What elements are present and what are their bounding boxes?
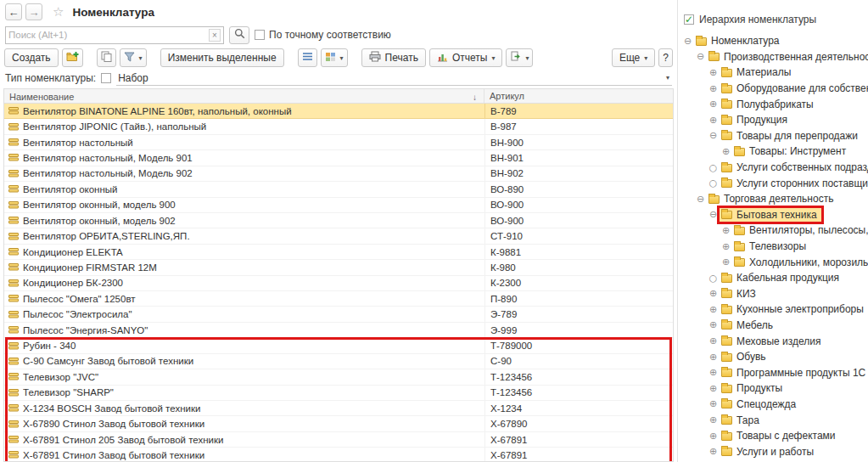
tree-item[interactable]: ⊕Материалы bbox=[678, 65, 868, 81]
table-row[interactable]: Вентилятор оконныйВО-890 bbox=[4, 182, 673, 197]
table-row[interactable]: Кондиционер ELEKTAК-9881 bbox=[4, 245, 673, 260]
tree-item[interactable]: ⊕Холодильники, морозильные камеры bbox=[678, 254, 868, 270]
tree-item[interactable]: ⊕Вентиляторы, пылесосы, кондиционеры bbox=[678, 223, 868, 239]
leaf-marker-icon[interactable]: ○ bbox=[707, 273, 720, 284]
tree-item[interactable]: ⊕КИЗ bbox=[678, 286, 868, 302]
export-button[interactable]: ▾ bbox=[506, 48, 533, 67]
tree-item[interactable]: ⊕Тара bbox=[678, 412, 868, 428]
collapse-icon[interactable]: ⊖ bbox=[694, 51, 707, 62]
expand-icon[interactable]: ⊕ bbox=[707, 99, 720, 110]
expand-icon[interactable]: ⊕ bbox=[707, 431, 720, 442]
back-button[interactable]: ← bbox=[5, 3, 22, 20]
tree-item[interactable]: ⊕Оборудование для собственных нужд (буду bbox=[678, 81, 868, 97]
table-row[interactable]: Телевизор "JVC"Т-123456 bbox=[4, 369, 673, 385]
nomenclature-type-combo[interactable]: Набор ▾ bbox=[116, 70, 672, 86]
hierarchy-toggle[interactable]: ✓ Иерархия номенклатуры bbox=[678, 14, 868, 33]
help-button[interactable]: ? bbox=[658, 48, 673, 67]
tree-item[interactable]: ⊖Торговая деятельность bbox=[678, 191, 868, 207]
edit-selected-button[interactable]: Изменить выделенные bbox=[160, 48, 284, 67]
table-row[interactable]: Х-1234 BOSCH Завод бытовой техникиХ-1234 bbox=[4, 401, 673, 416]
create-group-button[interactable] bbox=[62, 48, 83, 67]
favorite-star-icon[interactable]: ☆ bbox=[53, 4, 64, 20]
table-row[interactable]: Кондиционер БК-2300К-2300 bbox=[4, 276, 673, 291]
exact-match-checkbox[interactable] bbox=[255, 30, 265, 40]
search-button[interactable] bbox=[229, 26, 249, 44]
reports-button[interactable]: Отчеты ▾ bbox=[429, 48, 503, 67]
tree-item[interactable]: ○Услуги сторонних поставщиков bbox=[678, 175, 868, 191]
expand-icon[interactable]: ⊕ bbox=[707, 335, 720, 346]
table-row[interactable]: Х-67891 Стинол 205 Завод бытовой техники… bbox=[4, 432, 673, 448]
expand-icon[interactable]: ⊕ bbox=[707, 446, 720, 457]
table-row[interactable]: Вентилятор JIPONIC (Тайв.), напольныйВ-9… bbox=[4, 119, 673, 134]
expand-icon[interactable]: ⊕ bbox=[720, 146, 732, 157]
leaf-marker-icon[interactable]: ○ bbox=[707, 162, 720, 173]
collapse-icon[interactable]: ⊖ bbox=[707, 130, 720, 141]
nomenclature-type-checkbox[interactable] bbox=[101, 73, 111, 83]
exact-match-option[interactable]: По точному соответствию bbox=[255, 29, 391, 41]
expand-icon[interactable]: ⊕ bbox=[707, 414, 720, 425]
filter-button[interactable]: ▾ bbox=[120, 48, 147, 67]
expand-icon[interactable]: ⊕ bbox=[707, 304, 720, 315]
appearance-button[interactable]: ▾ bbox=[321, 48, 348, 67]
tree-item[interactable]: ⊖Производственная деятельность bbox=[678, 49, 868, 65]
tree-item[interactable]: ⊖Номенклатура bbox=[678, 33, 868, 49]
clear-search-icon[interactable]: × bbox=[209, 29, 221, 42]
print-button[interactable]: Печать bbox=[361, 48, 426, 67]
tree-item[interactable]: ⊕Товары с дефектами bbox=[678, 428, 868, 444]
leaf-marker-icon[interactable]: ○ bbox=[707, 177, 720, 189]
tree-item[interactable]: ⊕Обувь bbox=[678, 349, 868, 365]
tree-item[interactable]: ⊕Меховые изделия bbox=[678, 333, 868, 349]
expand-icon[interactable]: ⊕ bbox=[707, 367, 720, 378]
collapse-icon[interactable]: ⊖ bbox=[681, 36, 694, 47]
expand-icon[interactable]: ⊕ bbox=[707, 383, 720, 394]
tree-item[interactable]: ⊖Товары для перепродажи bbox=[678, 128, 868, 144]
expand-icon[interactable]: ⊕ bbox=[707, 67, 720, 78]
table-row[interactable]: Пылесос "Омега" 1250втП-890 bbox=[4, 291, 673, 307]
tree-item[interactable]: ○Услуги собственных подразделений bbox=[678, 160, 868, 176]
table-row[interactable]: Телевизор "SHARP"Т-123456 bbox=[4, 386, 673, 401]
tree-item[interactable]: ⊕Полуфабрикаты bbox=[678, 96, 868, 112]
tree-item[interactable]: ⊕Спецодежда bbox=[678, 397, 868, 413]
column-header-name[interactable]: Наименование ↓ bbox=[4, 89, 484, 103]
search-input[interactable] bbox=[8, 30, 209, 40]
tree-item[interactable]: ⊖Бытовая техника bbox=[678, 207, 868, 223]
expand-icon[interactable]: ⊕ bbox=[707, 288, 720, 299]
column-header-article[interactable]: Артикул bbox=[484, 89, 673, 103]
create-button[interactable]: Создать bbox=[4, 48, 59, 67]
tree-item[interactable]: ⊕Товары: Инструмент bbox=[678, 144, 868, 160]
table-row[interactable]: Вентилятор настольный, Модель 901ВН-901 bbox=[4, 150, 673, 166]
tree-item[interactable]: ⊕Продукция bbox=[678, 112, 868, 128]
expand-icon[interactable]: ⊕ bbox=[720, 241, 732, 252]
tree-item[interactable]: ⊕Телевизоры bbox=[678, 239, 868, 255]
tree-item[interactable]: ⊕Услуги и работы bbox=[678, 443, 868, 459]
table-row[interactable]: Вентилятор настольный, Модель 902ВН-902 bbox=[4, 166, 673, 182]
tree-item[interactable]: ⊕Кухонные электроприборы bbox=[678, 301, 868, 318]
expand-icon[interactable]: ⊕ bbox=[707, 115, 720, 126]
table-row[interactable]: Х-67891 Стинол Завод бытовой техникиХ-67… bbox=[4, 448, 673, 461]
table-row[interactable]: Вентилятор BINATONE ALPINE 160вт, наполь… bbox=[4, 104, 673, 119]
tree-item[interactable]: ⊕Мебель bbox=[678, 318, 868, 334]
table-row[interactable]: Вентилятор ОРБИТА,STERLING,ЯП.СТ-910 bbox=[4, 228, 673, 244]
table-row[interactable]: Вентилятор оконный, модель 900ВО-900 bbox=[4, 198, 673, 213]
list-settings-button[interactable] bbox=[298, 48, 317, 67]
collapse-icon[interactable]: ⊖ bbox=[707, 209, 720, 220]
table-row[interactable]: Кондиционер FIRMSTAR 12МК-980 bbox=[4, 260, 673, 275]
tree-item[interactable]: ⊕Программные продукты 1С bbox=[678, 364, 868, 380]
more-button[interactable]: Еще ▾ bbox=[612, 48, 655, 67]
expand-icon[interactable]: ⊕ bbox=[720, 225, 732, 236]
table-row[interactable]: С-90 Самсунг Завод бытовой техникиС-90 bbox=[4, 354, 673, 369]
expand-icon[interactable]: ⊕ bbox=[707, 398, 720, 409]
tree-item[interactable]: ⊕Продукты bbox=[678, 380, 868, 397]
table-row[interactable]: Пылесос "Электросила"Э-789 bbox=[4, 307, 673, 322]
expand-icon[interactable]: ⊕ bbox=[707, 352, 720, 363]
table-row[interactable]: Пылесос "Энергия-SANYO"Э-999 bbox=[4, 323, 673, 338]
expand-icon[interactable]: ⊕ bbox=[720, 256, 732, 268]
expand-icon[interactable]: ⊕ bbox=[707, 319, 720, 330]
table-row[interactable]: Х-67890 Стинол Завод бытовой техникиХ-67… bbox=[4, 416, 673, 431]
table-row[interactable]: Вентилятор оконный, модель 902ВО-900 bbox=[4, 213, 673, 228]
expand-icon[interactable]: ⊕ bbox=[707, 83, 720, 94]
table-row[interactable]: Вентилятор настольныйВН-900 bbox=[4, 135, 673, 150]
forward-button[interactable]: → bbox=[25, 3, 42, 20]
tree-item[interactable]: ○Кабельная продукция bbox=[678, 270, 868, 286]
table-row[interactable]: Рубин - 340Т-789000 bbox=[4, 338, 673, 353]
